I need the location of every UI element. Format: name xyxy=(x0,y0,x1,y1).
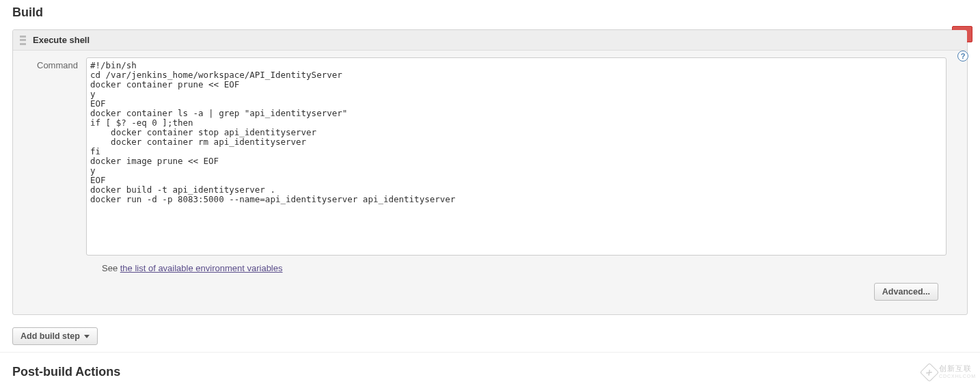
hint-prefix: See xyxy=(102,263,120,273)
command-label: Command xyxy=(21,57,86,70)
command-textarea[interactable] xyxy=(86,57,947,256)
postbuild-section-title: Post-build Actions xyxy=(0,352,980,379)
watermark-logo-icon: X xyxy=(920,363,939,382)
env-vars-hint: See the list of available environment va… xyxy=(102,263,959,273)
watermark: X 创新互联 CDCXHLCOM xyxy=(923,365,976,380)
advanced-button[interactable]: Advanced... xyxy=(874,283,938,301)
build-section-title: Build xyxy=(0,0,980,29)
block-title: Execute shell xyxy=(33,35,90,45)
help-icon[interactable]: ? xyxy=(957,51,968,61)
add-build-step-button[interactable]: Add build step xyxy=(12,327,98,345)
env-vars-link[interactable]: the list of available environment variab… xyxy=(120,263,283,273)
execute-shell-block: X ? Execute shell Command See the list o… xyxy=(12,29,968,315)
block-header: Execute shell xyxy=(13,30,967,51)
chevron-down-icon xyxy=(84,335,90,338)
drag-handle-icon[interactable] xyxy=(20,36,27,45)
